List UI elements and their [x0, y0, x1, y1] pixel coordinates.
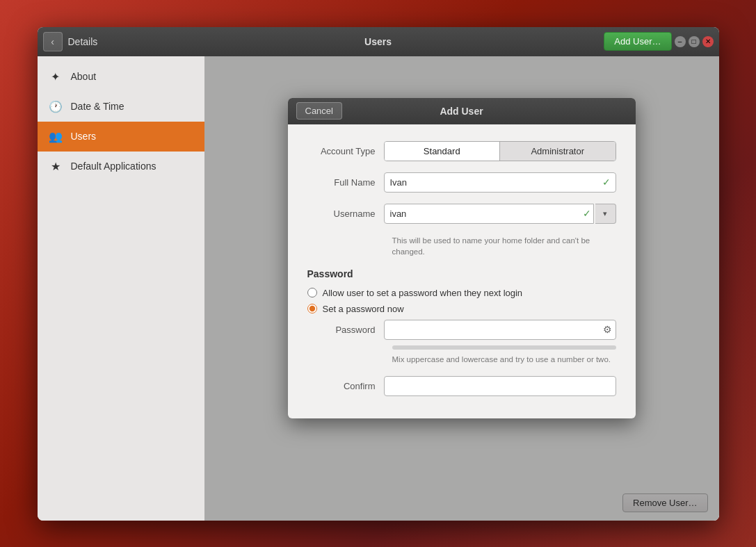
titlebar: ‹ Details Users Add User… – □ ✕: [38, 27, 719, 56]
account-type-toggle: Standard Administrator: [384, 141, 616, 161]
main-content: Cancel Add User Account Type Standard Ad…: [204, 56, 719, 521]
radio-allow-row: Allow user to set a password when they n…: [307, 288, 616, 298]
radio-allow-input[interactable]: [307, 288, 317, 297]
password-gear-button[interactable]: ⚙: [603, 324, 612, 335]
sidebar-label-datetime: Date & Time: [71, 101, 124, 112]
radio-set-now-row: Set a password now: [307, 304, 616, 314]
username-input[interactable]: [384, 204, 594, 224]
users-icon: 👥: [49, 130, 63, 143]
password-row: Password ⚙: [307, 320, 616, 340]
confirm-label: Confirm: [307, 381, 384, 391]
radio-allow-label: Allow user to set a password when they n…: [323, 288, 523, 298]
about-icon: ✦: [49, 70, 63, 83]
username-check-icon: ✓: [583, 208, 591, 219]
dialog-body: Account Type Standard Administrator Full…: [288, 124, 636, 418]
password-hint: Mix uppercase and lowercase and try to u…: [392, 354, 616, 365]
password-label: Password: [307, 325, 384, 335]
close-button[interactable]: ✕: [702, 36, 714, 47]
username-input-container: ✓ ▾: [384, 204, 616, 224]
sidebar-item-default-apps[interactable]: ★ Default Applications: [38, 152, 204, 181]
sidebar-label-about: About: [71, 71, 97, 82]
account-type-row: Account Type Standard Administrator: [307, 141, 616, 161]
confirm-input-container: [384, 376, 616, 396]
dialog-titlebar: Cancel Add User: [288, 98, 636, 124]
content-area: ✦ About 🕐 Date & Time 👥 Users ★ Default …: [38, 56, 719, 521]
confirm-input[interactable]: [384, 376, 616, 396]
username-row: Username ✓ ▾: [307, 204, 616, 224]
sidebar-label-users: Users: [71, 131, 97, 142]
username-label: Username: [307, 209, 384, 219]
dialog-title: Add User: [440, 106, 483, 117]
password-input[interactable]: [384, 320, 616, 340]
minimize-button[interactable]: –: [675, 36, 686, 47]
full-name-label: Full Name: [307, 177, 384, 188]
radio-set-now-input[interactable]: [307, 304, 317, 313]
account-type-label: Account Type: [307, 146, 384, 156]
sidebar-item-users[interactable]: 👥 Users: [38, 122, 204, 152]
standard-type-button[interactable]: Standard: [385, 142, 501, 161]
window-title: Details: [68, 36, 98, 47]
sidebar-label-default-apps: Default Applications: [71, 161, 156, 172]
password-input-container: ⚙: [384, 320, 616, 340]
window-controls: Add User… – □ ✕: [604, 32, 713, 51]
modal-overlay: Cancel Add User Account Type Standard Ad…: [204, 56, 719, 521]
maximize-button[interactable]: □: [689, 36, 700, 47]
sidebar-item-about[interactable]: ✦ About: [38, 62, 204, 92]
username-hint: This will be used to name your home fold…: [392, 235, 616, 257]
back-button[interactable]: ‹: [43, 32, 63, 51]
username-dropdown-button[interactable]: ▾: [595, 204, 616, 224]
add-user-button[interactable]: Add User…: [604, 32, 671, 51]
full-name-input[interactable]: [384, 172, 616, 193]
sidebar: ✦ About 🕐 Date & Time 👥 Users ★ Default …: [38, 56, 204, 521]
full-name-row: Full Name ✓: [307, 172, 616, 193]
dialog-cancel-button[interactable]: Cancel: [296, 102, 342, 120]
sidebar-item-datetime[interactable]: 🕐 Date & Time: [38, 92, 204, 122]
back-icon: ‹: [51, 36, 54, 47]
administrator-type-button[interactable]: Administrator: [500, 142, 616, 161]
confirm-row: Confirm: [307, 376, 616, 396]
full-name-check-icon: ✓: [602, 177, 611, 188]
clock-icon: 🕐: [49, 100, 63, 113]
main-window: ‹ Details Users Add User… – □ ✕ ✦ About …: [38, 27, 719, 521]
star-icon: ★: [49, 160, 63, 173]
full-name-input-container: ✓: [384, 172, 616, 193]
add-user-dialog: Cancel Add User Account Type Standard Ad…: [288, 98, 636, 418]
radio-set-now-label: Set a password now: [323, 304, 404, 314]
window-center-title: Users: [364, 36, 392, 47]
password-strength-bar: [392, 345, 616, 350]
password-section-title: Password: [307, 268, 616, 279]
